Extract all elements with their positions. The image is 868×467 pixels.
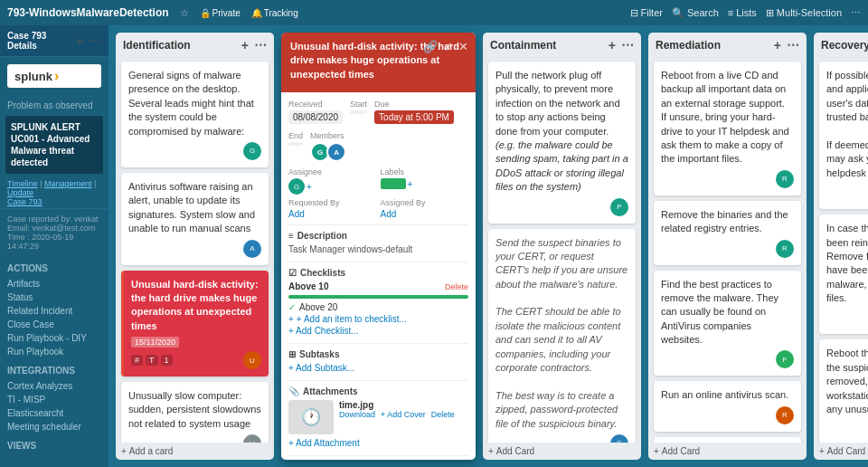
identification-card-3[interactable]: Unusual hard-disk activity: the hard dri… — [121, 271, 269, 377]
reporter-email: Email: venkat@test.com — [7, 224, 101, 233]
identification-card-4[interactable]: Unusually slow computer: sudden, persist… — [121, 382, 269, 443]
action-related-incident[interactable]: Related Incident — [0, 304, 108, 318]
link-icon[interactable]: 🔗 — [423, 40, 438, 53]
description-title: ≡ Description — [288, 231, 468, 241]
integration-misp[interactable]: TI - MISP — [0, 393, 108, 406]
recovery-card-2[interactable]: In case the computer has not been reinst… — [819, 214, 868, 334]
timeline-link[interactable]: Timeline — [7, 179, 38, 188]
remediation-card-2[interactable]: Remove the binaries and the related regi… — [654, 201, 801, 265]
lists-button[interactable]: ≡ Lists — [728, 7, 757, 18]
delete-attachment-link[interactable]: Delete — [431, 410, 455, 419]
topbar: 793-WindowsMalwareDetection ☆ 🔒 Private … — [0, 0, 868, 25]
card-footer: R — [826, 420, 868, 438]
plus-icon: + — [121, 446, 127, 456]
card-footer: R — [661, 406, 794, 424]
checklist-progress-bar — [288, 295, 468, 299]
action-artifacts[interactable]: Artifacts — [0, 277, 108, 291]
add-case-button[interactable]: + — [74, 33, 85, 48]
star-icon[interactable]: ☆ — [180, 7, 189, 19]
case-link[interactable]: Case 793 — [7, 197, 42, 206]
splunk-logo: splunk › — [7, 64, 101, 88]
identification-card-2[interactable]: Antivirus software raising an alert, una… — [121, 173, 269, 265]
end-date[interactable] — [288, 142, 303, 146]
private-label[interactable]: 🔒 Private — [200, 8, 241, 18]
due-field: Due Today at 5:00 PM — [374, 100, 454, 124]
label-green[interactable] — [381, 178, 406, 189]
identification-menu-button[interactable]: ⋯ — [254, 38, 267, 52]
add-checklist-button[interactable]: + Add Checklist... — [288, 326, 468, 336]
close-icon[interactable]: ✕ — [458, 40, 468, 53]
management-link[interactable]: Management — [44, 179, 92, 188]
assignee-value: G + — [288, 178, 377, 195]
add-label[interactable]: + — [408, 179, 413, 189]
tracking-label[interactable]: 🔔 Tracking — [251, 8, 298, 18]
views-section-title: Views — [0, 434, 108, 454]
add-cover-link[interactable]: + Add Cover — [381, 410, 426, 419]
received-date[interactable]: 08/08/2020 — [288, 110, 343, 124]
meta-grid: Assignee G + Labels + R — [288, 167, 468, 219]
download-link[interactable]: Download — [339, 410, 375, 419]
remediation-card-1[interactable]: Reboot from a live CD and backup all imp… — [654, 62, 801, 195]
add-assignee[interactable]: + — [307, 182, 312, 192]
expand-icon[interactable]: ⤢ — [443, 40, 453, 53]
due-date[interactable]: Today at 5:00 PM — [374, 110, 454, 124]
remediation-card-5[interactable]: Launch a Bart PE-based live CD containin… — [654, 437, 801, 443]
card-text: In case the computer has not been reinst… — [826, 222, 868, 305]
action-status[interactable]: Status — [0, 291, 108, 304]
integration-meeting[interactable]: Meeting scheduler — [0, 420, 108, 434]
card-footer: F — [661, 350, 794, 368]
recovery-card-1[interactable]: If possible reinstall the OS and applica… — [819, 62, 868, 209]
action-run-playbook[interactable]: Run Playbook — [0, 345, 108, 358]
identification-add-card[interactable]: + Add a card — [116, 443, 274, 460]
attachments-title: 📎 Attachments — [288, 386, 468, 396]
received-field: Received 08/08/2020 — [288, 100, 343, 124]
card-text: Unusual hard-disk activity: the hard dri… — [131, 278, 261, 334]
add-attachment-button[interactable]: + Add Attachment — [288, 438, 468, 448]
card-text: Reboot from a live CD and backup all imp… — [661, 69, 794, 167]
avatar: U — [243, 351, 261, 369]
search-button[interactable]: 🔍 Search — [672, 7, 719, 19]
more-button[interactable]: ⋯ — [851, 7, 861, 19]
identification-cards: General signs of malware presence on the… — [116, 58, 274, 443]
remediation-add-card[interactable]: + Add Card — [648, 443, 807, 460]
add-assigned[interactable]: Add — [381, 209, 397, 219]
member-avatar-2[interactable]: A — [326, 142, 346, 162]
containment-add-button[interactable]: + — [607, 38, 618, 52]
add-subtask-button[interactable]: + Add Subtask... — [288, 363, 468, 373]
integration-cortex[interactable]: Cortex Analyzes — [0, 379, 108, 393]
card-footer: I — [826, 184, 868, 202]
add-checklist-item[interactable]: + + Add an item to checklist... — [288, 314, 468, 324]
action-close-case[interactable]: Close Case — [0, 318, 108, 331]
identification-card-1[interactable]: General signs of malware presence on the… — [121, 62, 269, 167]
divider2 — [288, 262, 468, 262]
containment-card-2[interactable]: Send the suspect binaries to your CERT, … — [488, 229, 636, 443]
remediation-card-4[interactable]: Run an online antivirus scan. R — [654, 381, 801, 431]
multi-selection-button[interactable]: ⊞ Multi-Selection — [766, 7, 842, 19]
avatar: F — [776, 350, 794, 368]
start-date[interactable] — [350, 110, 367, 114]
avatar: U — [243, 434, 261, 443]
checklists-section: ☑ Checklists Above 10 Delete ✓ Above 20 — [288, 268, 468, 336]
recovery-card-3[interactable]: Reboot the machine after all the suspici… — [819, 339, 868, 443]
remediation-add-button[interactable]: + — [772, 38, 783, 52]
containment-add-card[interactable]: + Add Card — [483, 443, 641, 460]
remediation-card-3[interactable]: Find the best practices to remove the ma… — [654, 271, 801, 376]
action-run-playbook-diy[interactable]: Run Playbook - DIY — [0, 331, 108, 345]
containment-menu-button[interactable]: ⋯ — [621, 38, 634, 52]
subtask-icon: ⊞ — [288, 349, 296, 359]
filter-button[interactable]: ⊟ Filter — [630, 7, 663, 19]
recovery-add-card[interactable]: + Add Card — [814, 443, 868, 460]
integration-elastic[interactable]: Elasticsearcht — [0, 406, 108, 420]
subtasks-title: ⊞ Subtasks — [288, 349, 468, 359]
remediation-menu-button[interactable]: ⋯ — [787, 38, 799, 52]
plus-icon: + — [488, 446, 494, 456]
identification-add-button[interactable]: + — [240, 38, 250, 52]
containment-card-1[interactable]: Pull the network plug off physically, to… — [488, 62, 636, 224]
update-link[interactable]: Update — [7, 188, 33, 197]
delete-checklist-button[interactable]: Delete — [445, 282, 468, 291]
checklist-above10-header: Above 10 Delete — [288, 281, 468, 291]
avatar: R — [776, 406, 794, 424]
add-requested[interactable]: Add — [288, 209, 305, 219]
checklist-progress — [288, 295, 468, 299]
case-menu-button[interactable]: ⋯ — [89, 33, 101, 48]
